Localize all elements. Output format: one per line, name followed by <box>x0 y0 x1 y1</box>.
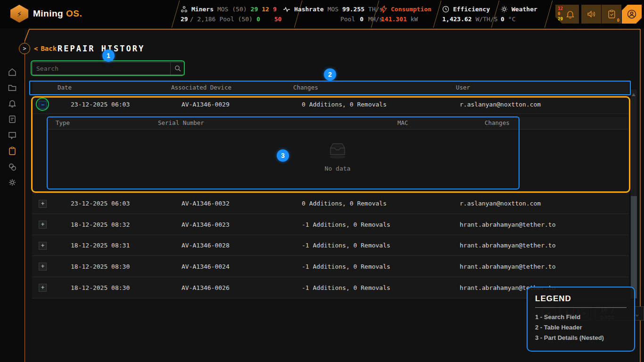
miners-stat: Miners MOS (50) 29 12 9 29 / 2,186 Pool … <box>181 4 281 24</box>
miners-total: / 2,186 <box>190 14 216 24</box>
topbar-divider <box>433 0 441 28</box>
top-bar: Mining OS. Miners MOS (50) 29 12 9 29 / … <box>0 0 644 28</box>
search-submit[interactable] <box>170 62 184 74</box>
efficiency-value: 1,423.62 <box>442 14 472 24</box>
nested-col-changes: Changes <box>485 119 510 126</box>
expand-row-button[interactable]: + <box>39 284 47 292</box>
miners-pool-label: Pool (50) <box>219 14 252 24</box>
hashrate-pool-label: Pool <box>340 14 355 24</box>
cell-user: r.aslanyan@noxtton.com <box>460 101 541 108</box>
nested-col-serial: Serial Number <box>158 119 204 126</box>
consumption-icon <box>381 6 387 13</box>
table-row[interactable]: + 18-12-2025 08:30 AV-A1346-0024 -1 Addi… <box>32 256 629 277</box>
app-logo[interactable]: Mining OS. <box>10 5 82 23</box>
no-data-text: No data <box>314 165 361 172</box>
table-row[interactable]: − 23-12-2025 06:03 AV-A1346-0029 0 Addit… <box>32 95 629 114</box>
sidebar-item-messages[interactable] <box>8 131 17 140</box>
topbar-divider <box>545 0 553 28</box>
miners-mos-ok: 29 <box>251 4 258 14</box>
sidebar-item-integrations[interactable] <box>8 163 17 171</box>
account-button[interactable] <box>622 5 642 24</box>
expand-row-button[interactable]: + <box>39 200 47 208</box>
miners-mos-label: MOS (50) <box>217 4 247 14</box>
sidebar-item-projects[interactable] <box>8 83 17 92</box>
sidebar-item-alerts[interactable] <box>8 99 17 107</box>
panel-collapse-button[interactable]: > <box>19 43 30 54</box>
hashrate-mos-label: MOS <box>328 4 339 14</box>
search-input[interactable] <box>33 65 170 72</box>
cell-device: AV-A1346-0028 <box>182 242 230 249</box>
notifications-button[interactable]: 12 0 29 <box>555 5 579 24</box>
nested-col-mac: MAC <box>397 119 408 126</box>
efficiency-unit: W/TH/S <box>476 14 498 24</box>
cell-date: 18-12-2025 08:31 <box>71 242 130 249</box>
annotation-badge-3: 3 <box>277 149 289 162</box>
col-user: User <box>456 84 470 91</box>
col-date: Date <box>58 84 72 91</box>
sound-button[interactable] <box>581 5 601 24</box>
miners-mos-err: 9 <box>273 4 277 14</box>
cell-date: 18-12-2025 08:32 <box>71 221 130 228</box>
cell-date: 23-12-2025 06:03 <box>71 101 130 108</box>
badge-orange: 0 <box>558 11 563 16</box>
expand-row-button[interactable]: + <box>39 242 47 250</box>
nested-table-header: Type Serial Number MAC Changes <box>47 117 628 130</box>
speaker-icon <box>587 10 595 18</box>
chevron-left-icon: < <box>34 45 38 52</box>
scrollbar-thumb[interactable] <box>631 196 637 298</box>
legend-panel: LEGEND 1 - Search Field 2 - Table Header… <box>527 287 635 352</box>
sidebar-item-reports[interactable] <box>8 115 17 123</box>
chevron-right-icon: > <box>23 45 26 52</box>
consumption-label: Consumption <box>391 4 431 14</box>
clipboard-check-icon <box>608 10 615 18</box>
collapse-row-button[interactable]: − <box>39 101 47 109</box>
expand-row-button[interactable]: + <box>39 221 47 229</box>
table-scrollbar[interactable] <box>631 90 637 298</box>
sidebar-nav <box>0 28 25 362</box>
sidebar-item-repairs-active[interactable] <box>8 147 17 155</box>
miners-label: Miners <box>191 4 214 14</box>
table-row[interactable]: + 23-12-2025 06:03 AV-A1346-0032 0 Addit… <box>32 193 629 214</box>
back-button[interactable]: < Back <box>34 45 57 52</box>
topbar-divider <box>172 0 180 28</box>
weather-value: 0 <box>501 14 504 24</box>
hashrate-icon <box>283 6 290 13</box>
miners-count: 29 <box>181 14 188 24</box>
table-row[interactable]: + 18-12-2025 08:32 AV-A1346-0023 -1 Addi… <box>32 214 629 235</box>
consumption-unit: kW <box>411 14 418 24</box>
notification-badges: 12 0 29 <box>558 6 563 22</box>
cell-device: AV-A1346-0023 <box>182 221 230 228</box>
logo-text: Mining OS. <box>33 8 82 19</box>
consumption-value: 141.301 <box>381 14 407 24</box>
sidebar-item-settings[interactable] <box>8 178 17 187</box>
cell-device: AV-A1346-0029 <box>182 101 230 108</box>
cell-date: 18-12-2025 08:30 <box>71 263 130 270</box>
chevron-down-icon: ⌄ <box>635 310 639 317</box>
scroll-up-arrow[interactable] <box>632 93 636 96</box>
cell-device: AV-A1346-0032 <box>182 200 230 207</box>
efficiency-stat: Efficiency 1,423.62 W/TH/S <box>442 4 498 24</box>
sidebar-item-home[interactable] <box>8 68 17 76</box>
annotation-badge-2: 2 <box>324 68 336 81</box>
expand-row-button[interactable]: + <box>39 263 47 271</box>
efficiency-icon <box>442 6 449 13</box>
miners-pool-err: 50 <box>274 14 282 24</box>
miners-mos-warn: 12 <box>262 4 269 14</box>
back-label: Back <box>41 45 57 52</box>
cell-changes: 0 Additions, 0 Removals <box>302 101 387 108</box>
tasks-button[interactable]: 0 <box>602 5 621 24</box>
weather-stat: Weather 0 °C <box>501 4 537 24</box>
table-row[interactable]: + 18-12-2025 08:31 AV-A1346-0028 -1 Addi… <box>32 235 629 256</box>
search-field <box>32 62 185 75</box>
cell-user: hrant.abrahamyan@tether.to <box>460 242 556 249</box>
legend-divider <box>535 307 627 308</box>
cell-user: hrant.abrahamyan@tether.to <box>460 263 556 270</box>
page-title: REPAIR HISTORY <box>58 44 145 53</box>
no-data-placeholder: No data <box>314 141 361 172</box>
weather-label: Weather <box>512 4 537 14</box>
badge-red: 12 <box>558 6 563 11</box>
annotation-badge-1: 1 <box>102 49 115 62</box>
weather-icon <box>501 6 508 13</box>
cell-changes: -1 Additions, 0 Removals <box>302 263 390 270</box>
hashrate-pool-value: 0 <box>360 14 363 24</box>
